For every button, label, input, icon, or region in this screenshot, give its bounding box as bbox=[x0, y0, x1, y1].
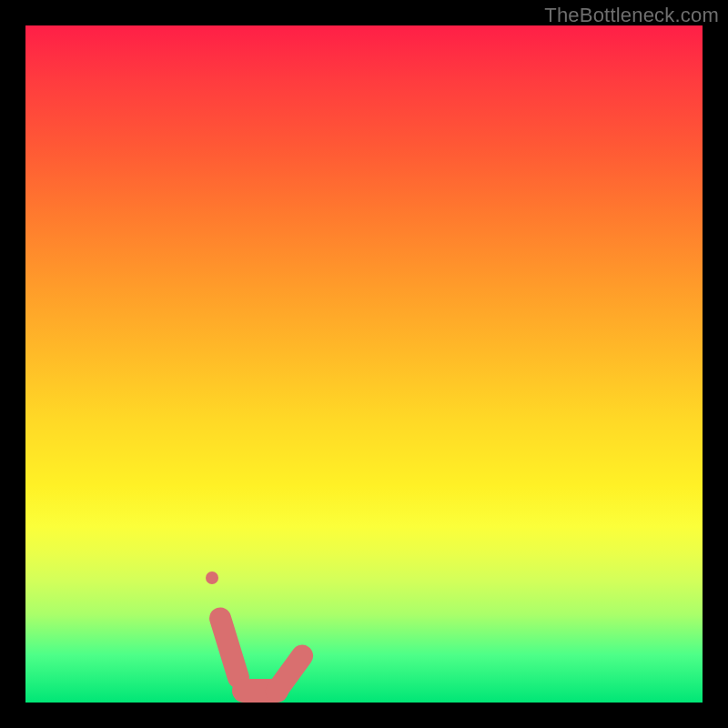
heat-gradient bbox=[25, 25, 703, 703]
plot-area bbox=[25, 25, 703, 703]
watermark-text: TheBottleneck.com bbox=[544, 4, 719, 27]
marker-dot bbox=[206, 571, 218, 584]
chart-frame: TheBottleneck.com bbox=[0, 0, 728, 728]
